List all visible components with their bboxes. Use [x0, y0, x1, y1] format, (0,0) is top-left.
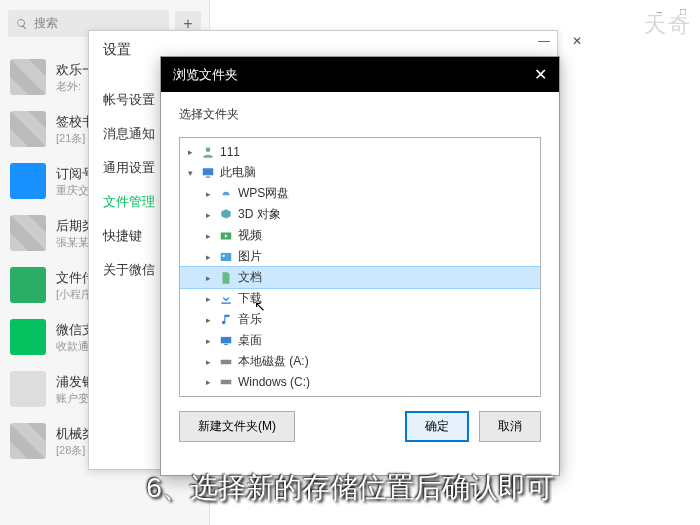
avatar — [10, 111, 46, 147]
tree-item[interactable]: ▸WPS网盘 — [180, 183, 540, 204]
tree-label: 此电脑 — [220, 164, 256, 181]
tree-label: 文档 — [238, 269, 262, 286]
tree-item[interactable]: ▸图片 — [180, 246, 540, 267]
desk-icon — [218, 333, 234, 349]
expand-arrow-icon[interactable]: ▸ — [202, 252, 214, 262]
wps-icon — [218, 186, 234, 202]
tree-item[interactable]: ▸111 — [180, 142, 540, 162]
expand-arrow-icon[interactable]: ▸ — [202, 377, 214, 387]
expand-arrow-icon[interactable]: ▾ — [184, 168, 196, 178]
tree-label: 3D 对象 — [238, 206, 281, 223]
svg-point-11 — [229, 381, 230, 382]
expand-arrow-icon[interactable]: ▸ — [202, 189, 214, 199]
settings-min-icon[interactable]: — — [538, 34, 550, 48]
expand-arrow-icon[interactable]: ▸ — [202, 336, 214, 346]
3d-icon — [218, 207, 234, 223]
avatar — [10, 215, 46, 251]
min-icon[interactable]: – — [656, 6, 662, 17]
avatar — [10, 163, 46, 199]
tree-label: 图片 — [238, 248, 262, 265]
app-top-controls: – □ — [642, 0, 700, 23]
tutorial-caption: 6、选择新的存储位置后确认即可 — [0, 469, 700, 507]
tree-item[interactable]: ▸3D 对象 — [180, 204, 540, 225]
tree-label: 视频 — [238, 227, 262, 244]
search-icon — [16, 18, 28, 30]
settings-nav-item[interactable]: 通用设置 — [89, 151, 169, 185]
tree-item[interactable]: ▸Windows (C:) — [180, 372, 540, 392]
expand-arrow-icon[interactable]: ▸ — [202, 231, 214, 241]
svg-rect-2 — [206, 176, 211, 177]
tree-item[interactable]: ▸桌面 — [180, 330, 540, 351]
svg-rect-6 — [221, 336, 232, 342]
tree-label: 桌面 — [238, 332, 262, 349]
expand-arrow-icon[interactable]: ▸ — [202, 273, 214, 283]
settings-nav-item[interactable]: 帐号设置 — [89, 83, 169, 117]
svg-point-5 — [223, 254, 225, 256]
settings-close-icon[interactable]: ✕ — [572, 34, 582, 48]
tree-item[interactable]: ▸下载 — [180, 288, 540, 309]
music-icon — [218, 312, 234, 328]
tree-item[interactable]: ▸文档 — [180, 267, 540, 288]
avatar — [10, 267, 46, 303]
settings-window-controls: — ✕ — [538, 34, 582, 48]
settings-nav-item[interactable]: 消息通知 — [89, 117, 169, 151]
video-icon — [218, 228, 234, 244]
expand-arrow-icon[interactable]: ▸ — [202, 357, 214, 367]
settings-nav-item[interactable]: 关于微信 — [89, 253, 169, 287]
user-icon — [200, 144, 216, 160]
avatar — [10, 423, 46, 459]
svg-point-0 — [206, 147, 211, 152]
avatar — [10, 59, 46, 95]
settings-nav-item[interactable]: 文件管理 — [89, 185, 169, 219]
new-folder-button[interactable]: 新建文件夹(M) — [179, 411, 295, 442]
settings-nav-item[interactable]: 快捷键 — [89, 219, 169, 253]
tree-label: 下载 — [238, 290, 262, 307]
expand-arrow-icon[interactable]: ▸ — [202, 210, 214, 220]
tree-item[interactable]: ▸音乐 — [180, 309, 540, 330]
doc-icon — [218, 270, 234, 286]
cancel-button[interactable]: 取消 — [479, 411, 541, 442]
browse-folder-dialog: 浏览文件夹 ✕ 选择文件夹 ▸111▾此电脑▸WPS网盘▸3D 对象▸视频▸图片… — [160, 56, 560, 476]
pc-icon — [200, 165, 216, 181]
dialog-header: 浏览文件夹 ✕ — [161, 57, 559, 92]
avatar — [10, 319, 46, 355]
expand-arrow-icon[interactable]: ▸ — [202, 294, 214, 304]
svg-rect-7 — [224, 343, 228, 344]
disk-icon — [218, 374, 234, 390]
down-icon — [218, 291, 234, 307]
svg-rect-1 — [203, 168, 214, 175]
tree-item[interactable]: ▸本地磁盘 (A:) — [180, 351, 540, 372]
folder-tree[interactable]: ▸111▾此电脑▸WPS网盘▸3D 对象▸视频▸图片▸文档▸下载▸音乐▸桌面▸本… — [179, 137, 541, 397]
pic-icon — [218, 249, 234, 265]
close-icon[interactable]: ✕ — [534, 65, 547, 84]
settings-nav: 帐号设置消息通知通用设置文件管理快捷键关于微信 — [89, 69, 169, 467]
tree-label: Windows (C:) — [238, 375, 310, 389]
search-placeholder: 搜索 — [34, 15, 58, 32]
expand-arrow-icon[interactable]: ▸ — [202, 315, 214, 325]
dialog-title: 浏览文件夹 — [173, 66, 238, 84]
tree-label: WPS网盘 — [238, 185, 289, 202]
disk-icon — [218, 354, 234, 370]
tree-label: 音乐 — [238, 311, 262, 328]
tree-label: 111 — [220, 145, 240, 159]
svg-rect-4 — [221, 252, 232, 260]
tree-label: 本地磁盘 (A:) — [238, 353, 309, 370]
tree-item[interactable]: ▸视频 — [180, 225, 540, 246]
dialog-instruction: 选择文件夹 — [161, 92, 559, 137]
avatar — [10, 371, 46, 407]
max-icon[interactable]: □ — [680, 6, 686, 17]
expand-arrow-icon[interactable]: ▸ — [184, 147, 196, 157]
svg-point-9 — [229, 361, 230, 362]
ok-button[interactable]: 确定 — [405, 411, 469, 442]
tree-item[interactable]: ▾此电脑 — [180, 162, 540, 183]
